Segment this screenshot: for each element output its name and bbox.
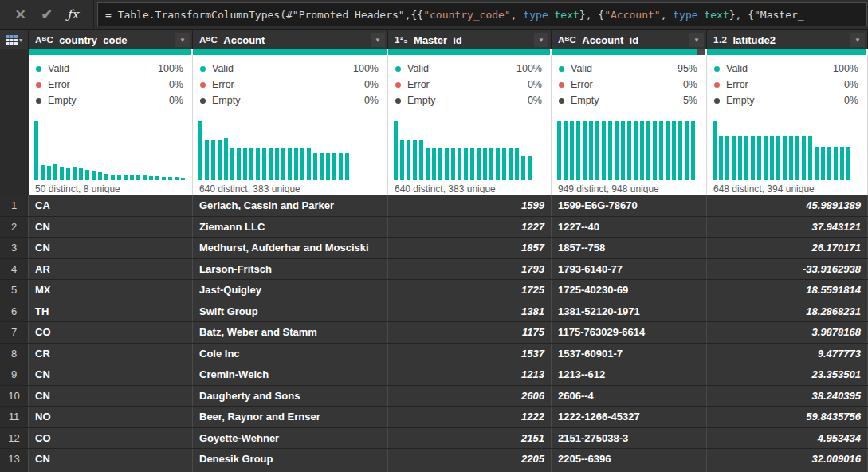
cell-account[interactable]: Jast-Quigley — [193, 280, 388, 301]
text-type-icon[interactable]: AᴮC — [558, 35, 576, 45]
cell-account_id[interactable]: 2205--6396 — [552, 449, 707, 470]
cell-master_id[interactable]: 1725 — [388, 280, 552, 301]
cell-account_id[interactable]: 1857--758 — [552, 238, 707, 258]
cell-latitude2[interactable]: 18.5591814 — [707, 280, 868, 301]
cell-country_code[interactable]: TH — [29, 301, 193, 322]
row-number[interactable]: 3 — [0, 238, 29, 258]
cell-latitude2[interactable]: 26.170171 — [707, 238, 868, 258]
text-type-icon[interactable]: AᴮC — [199, 35, 218, 45]
filter-dropdown-icon[interactable]: ▼ — [534, 33, 548, 47]
column-header-master_id[interactable]: 1²₃Master_id▼ — [388, 30, 552, 49]
row-number[interactable]: 4 — [0, 259, 29, 280]
cell-master_id[interactable]: 1857 — [388, 238, 552, 258]
cell-master_id[interactable]: 1793 — [388, 259, 552, 280]
table-row: 4ARLarson-Fritsch17931793-6140-77-33.916… — [0, 259, 868, 281]
cell-master_id[interactable]: 1222 — [388, 407, 552, 427]
cell-latitude2[interactable]: -33.9162938 — [707, 259, 868, 280]
cell-latitude2[interactable]: 18.2868231 — [707, 301, 868, 322]
cell-country_code[interactable]: CN — [29, 386, 193, 407]
cell-country_code[interactable]: CN — [29, 364, 193, 385]
cancel-icon[interactable]: ✕ — [15, 8, 26, 22]
cell-account_id[interactable]: 1599-E6G-78670 — [552, 195, 707, 216]
cell-account[interactable]: Cremin-Welch — [193, 364, 388, 385]
cell-account_id[interactable]: 1537-60901-7 — [552, 344, 707, 364]
select-all-button[interactable]: ▾ — [0, 30, 29, 49]
column-header-account[interactable]: AᴮCAccount▼ — [193, 30, 388, 49]
distribution-bar — [815, 147, 819, 180]
cell-account_id[interactable]: 2151-275038-3 — [552, 428, 707, 449]
cell-latitude2[interactable]: 9.477773 — [707, 344, 868, 364]
cell-master_id[interactable]: 2205 — [388, 449, 552, 470]
cell-account_id[interactable]: 1227--40 — [552, 217, 707, 238]
cell-account[interactable]: Medhurst, Aufderhar and Mosciski — [193, 238, 388, 258]
text-type-icon[interactable]: AᴮC — [35, 35, 53, 45]
filter-dropdown-icon[interactable]: ▼ — [689, 33, 704, 47]
cell-master_id[interactable]: 1227 — [388, 217, 552, 238]
cell-account_id[interactable]: 2606--4 — [552, 386, 707, 407]
cell-master_id[interactable]: 2151 — [388, 428, 552, 449]
cell-country_code[interactable]: CN — [29, 449, 193, 470]
cell-account_id[interactable]: 1793-6140-77 — [552, 259, 707, 280]
cell-account[interactable]: Cole Inc — [193, 344, 388, 364]
cell-latitude2[interactable]: 38.240395 — [707, 386, 868, 407]
cell-country_code[interactable]: CN — [29, 217, 193, 238]
cell-latitude2[interactable]: 45.9891389 — [707, 195, 868, 216]
cell-master_id[interactable]: 2606 — [388, 386, 552, 407]
row-number[interactable]: 11 — [0, 407, 29, 427]
confirm-icon[interactable]: ✔ — [41, 8, 52, 22]
filter-dropdown-icon[interactable]: ▼ — [371, 33, 385, 47]
cell-country_code[interactable]: AR — [29, 259, 193, 280]
cell-account[interactable]: Swift Group — [193, 301, 388, 322]
cell-latitude2[interactable]: 3.9878168 — [707, 322, 868, 343]
row-number[interactable]: 1 — [0, 195, 29, 216]
cell-country_code[interactable]: CO — [29, 428, 193, 449]
cell-account[interactable]: Daugherty and Sons — [193, 386, 388, 407]
column-header-latitude2[interactable]: 1.2latitude2▼ — [707, 30, 868, 49]
cell-account_id[interactable]: 1725-40230-69 — [552, 280, 707, 301]
cell-master_id[interactable]: 1537 — [388, 344, 552, 364]
cell-latitude2[interactable]: 59.8435756 — [707, 407, 868, 427]
cell-latitude2[interactable]: 23.353501 — [707, 364, 868, 385]
row-number[interactable]: 9 — [0, 364, 29, 385]
whole-number-type-icon[interactable]: 1²₃ — [395, 35, 408, 45]
cell-country_code[interactable]: CR — [29, 344, 193, 364]
cell-account[interactable]: Denesik Group — [193, 449, 388, 470]
cell-master_id[interactable]: 1175 — [388, 322, 552, 343]
cell-country_code[interactable]: CO — [29, 322, 193, 343]
column-header-account_id[interactable]: AᴮCAccount_id▼ — [552, 30, 707, 49]
cell-account_id[interactable]: 1175-763029-6614 — [552, 322, 707, 343]
filter-dropdown-icon[interactable]: ▼ — [850, 33, 865, 47]
cell-country_code[interactable]: NO — [29, 407, 193, 427]
cell-account_id[interactable]: 1213--612 — [552, 364, 707, 385]
row-number[interactable]: 13 — [0, 449, 29, 470]
row-number[interactable]: 12 — [0, 428, 29, 449]
cell-account[interactable]: Larson-Fritsch — [193, 259, 388, 280]
cell-country_code[interactable]: CA — [29, 195, 193, 216]
cell-master_id[interactable]: 1381 — [388, 301, 552, 322]
cell-account_id[interactable]: 1381-52120-1971 — [552, 301, 707, 322]
cell-master_id[interactable]: 1599 — [388, 195, 552, 216]
row-number[interactable]: 10 — [0, 386, 29, 407]
fx-icon[interactable]: ƒx — [67, 7, 78, 22]
formula-input[interactable]: = Table.TransformColumnTypes(#"Promoted … — [97, 2, 867, 26]
cell-latitude2[interactable]: 32.009016 — [707, 449, 868, 470]
cell-country_code[interactable]: MX — [29, 280, 193, 301]
cell-master_id[interactable]: 1213 — [388, 364, 552, 385]
cell-account_id[interactable]: 1222-1266-45327 — [552, 407, 707, 427]
cell-account[interactable]: Beer, Raynor and Ernser — [193, 407, 388, 427]
filter-dropdown-icon[interactable]: ▼ — [175, 33, 190, 47]
cell-country_code[interactable]: CN — [29, 238, 193, 258]
row-number[interactable]: 6 — [0, 301, 29, 322]
cell-latitude2[interactable]: 37.943121 — [707, 217, 868, 238]
decimal-number-type-icon[interactable]: 1.2 — [713, 35, 728, 45]
row-number[interactable]: 2 — [0, 217, 29, 238]
cell-account[interactable]: Batz, Weber and Stamm — [193, 322, 388, 343]
column-header-country_code[interactable]: AᴮCcountry_code▼ — [29, 30, 193, 49]
cell-account[interactable]: Goyette-Wehner — [193, 428, 388, 449]
row-number[interactable]: 5 — [0, 280, 29, 301]
cell-latitude2[interactable]: 4.953434 — [707, 428, 868, 449]
row-number[interactable]: 8 — [0, 344, 29, 364]
cell-account[interactable]: Ziemann LLC — [193, 217, 388, 238]
cell-account[interactable]: Gerlach, Cassin and Parker — [193, 195, 388, 216]
row-number[interactable]: 7 — [0, 322, 29, 343]
